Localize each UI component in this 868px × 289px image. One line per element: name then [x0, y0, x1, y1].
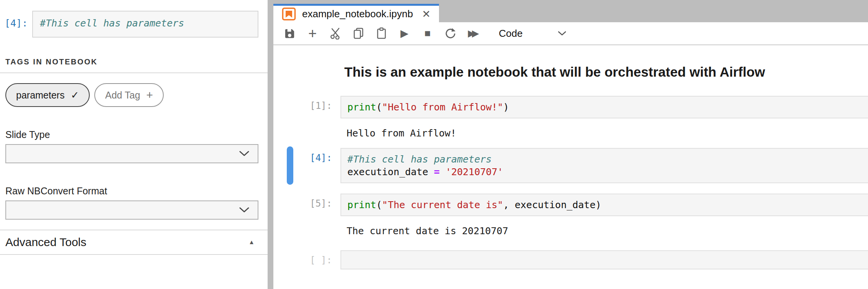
markdown-heading: This is an example notebook that will be… [344, 64, 868, 80]
notebook-panel: example_notebook.ipynb ✕ + [273, 0, 868, 289]
add-tag-button[interactable]: Add Tag + [94, 83, 164, 107]
paste-icon[interactable] [375, 26, 388, 41]
active-cell-prompt: [4]: [0, 11, 32, 38]
code-cell-1: [1]: print("Hello from Airflow!") [273, 96, 868, 118]
active-cell-preview[interactable]: #This cell has parameters [32, 11, 258, 38]
cell-prompt: [5]: [273, 194, 340, 216]
preview-code-text: #This cell has parameters [40, 18, 184, 29]
tag-label: parameters [16, 90, 64, 101]
run-icon[interactable]: ▶ [398, 26, 411, 41]
slide-type-label: Slide Type [5, 129, 258, 140]
raw-nbconvert-field: Raw NBConvert Format [5, 186, 258, 220]
code-cell-5: [5]: print("The current date is", execut… [273, 194, 868, 216]
jupyterlab-window: [4]: #This cell has parameters TAGS IN N… [0, 0, 868, 289]
cell-input[interactable]: print("Hello from Airflow!") [340, 96, 868, 118]
chevron-down-icon [558, 31, 566, 36]
tag-parameters[interactable]: parameters ✓ [5, 83, 90, 107]
empty-code-cell: [ ]: [273, 250, 868, 269]
cell-input[interactable]: print("The current date is", execution_d… [340, 194, 868, 216]
raw-nbconvert-label: Raw NBConvert Format [5, 186, 258, 197]
tab-bar: example_notebook.ipynb ✕ [273, 0, 868, 22]
notebook-file-icon [282, 7, 296, 21]
stop-icon[interactable]: ■ [421, 26, 434, 41]
cell-prompt: [ ]: [273, 250, 340, 269]
notebook-content: This is an example notebook that will be… [273, 45, 868, 269]
cell-input[interactable]: #This cell has parametersexecution_date … [340, 148, 868, 183]
chevron-down-icon [239, 207, 249, 213]
tab-example-notebook[interactable]: example_notebook.ipynb ✕ [273, 4, 439, 22]
divider [0, 254, 268, 255]
cell-output: Hello from Airflow! [347, 128, 868, 139]
cell-prompt: [1]: [273, 96, 340, 118]
insert-cell-icon[interactable]: + [306, 26, 319, 41]
tags-section-header: TAGS IN NOTEBOOK [5, 57, 268, 66]
collapse-caret-icon: ▲ [248, 239, 255, 246]
panel-divider[interactable] [268, 0, 273, 289]
cell-prompt: [4]: [273, 148, 340, 183]
advanced-tools-header[interactable]: Advanced Tools ▲ [0, 230, 268, 254]
divider [0, 72, 268, 73]
slide-type-field: Slide Type [5, 129, 258, 163]
copy-icon[interactable] [352, 26, 365, 41]
cell-type-dropdown[interactable]: Code [499, 28, 566, 39]
save-icon[interactable] [283, 26, 296, 41]
notebook-toolbar: + [273, 22, 868, 45]
cell-type-value: Code [499, 28, 523, 39]
tags-row: parameters ✓ Add Tag + [5, 83, 268, 107]
cell-input[interactable] [340, 250, 868, 269]
add-tag-label: Add Tag [105, 90, 140, 101]
advanced-tools-section: Advanced Tools ▲ [0, 230, 268, 255]
advanced-tools-label: Advanced Tools [5, 236, 86, 249]
raw-nbconvert-select[interactable] [5, 200, 258, 220]
close-icon[interactable]: ✕ [422, 8, 431, 20]
cell-inspector-sidebar: [4]: #This cell has parameters TAGS IN N… [0, 0, 268, 289]
tab-title: example_notebook.ipynb [302, 8, 413, 20]
slide-type-select[interactable] [5, 144, 258, 163]
chevron-down-icon [239, 151, 249, 157]
cut-icon[interactable] [329, 26, 342, 41]
run-all-icon[interactable]: ▶▶ [467, 26, 480, 41]
plus-icon: + [146, 89, 153, 102]
code-cell-4-active: [4]: #This cell has parametersexecution_… [273, 148, 868, 183]
restart-kernel-icon[interactable] [444, 26, 457, 41]
active-cell-indicator[interactable] [287, 146, 293, 185]
cell-output: The current date is 20210707 [347, 225, 868, 236]
check-icon: ✓ [71, 89, 79, 101]
active-cell-preview-row: [4]: #This cell has parameters [0, 11, 258, 38]
